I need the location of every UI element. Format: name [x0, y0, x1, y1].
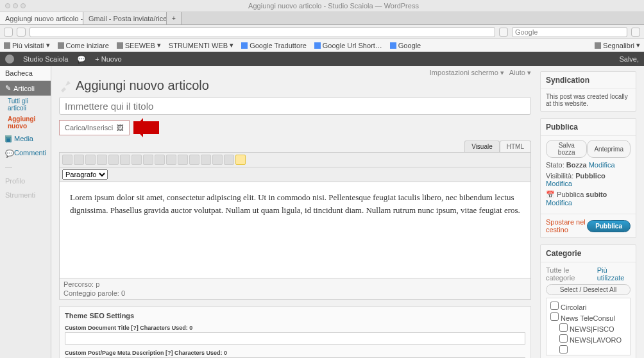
sidebar-media[interactable]: ▣Media — [0, 132, 51, 146]
plugin-button[interactable] — [235, 155, 246, 165]
post-editor[interactable]: Lorem ipsum dolor sit amet, consectetur … — [59, 182, 531, 278]
edit-visibility[interactable]: Modifica — [546, 180, 572, 187]
sidebar-posts[interactable]: ✎ Articoli — [0, 81, 51, 96]
site-name[interactable]: Studio Scaiola — [23, 55, 68, 63]
editor-toolbar-2: Paragrafo — [59, 167, 531, 182]
editor-status: Percorso: p Conteggio parole: 0 — [59, 278, 531, 300]
sidebar-comments[interactable]: 💬Commenti — [0, 146, 51, 160]
search-box[interactable]: Google — [512, 27, 627, 37]
upload-insert[interactable]: Carica/Inserisci 🖼 — [59, 120, 130, 135]
edit-status[interactable]: Modifica — [589, 161, 615, 169]
more-button[interactable] — [189, 155, 199, 165]
save-draft-button[interactable]: Salva bozza — [546, 140, 587, 158]
screen-options[interactable]: Impostazioni schermo ▾ — [430, 69, 504, 77]
tab-html[interactable]: HTML — [500, 141, 531, 152]
bold-button[interactable] — [62, 155, 72, 165]
sidebar-all-posts[interactable]: Tutti gli articoli — [0, 96, 51, 114]
back-button[interactable] — [4, 28, 13, 37]
align-right-button[interactable] — [155, 155, 165, 165]
tab-visual[interactable]: Visuale — [464, 141, 500, 152]
page-title: Aggiungi nuovo articolo — [76, 78, 209, 93]
trash-link[interactable]: Spostare nel cestino — [546, 218, 587, 234]
home-button[interactable] — [631, 28, 640, 37]
arrow-annotation — [133, 121, 159, 134]
syndication-text: This post was created locally at this we… — [541, 89, 636, 111]
cat-item[interactable]: NEWS|FISCO — [550, 323, 626, 334]
bookmarks-menu[interactable]: Segnalibri▾ — [595, 41, 640, 49]
quote-button[interactable] — [120, 155, 130, 165]
sidebar-tools[interactable]: Strumenti — [0, 188, 51, 202]
format-select[interactable]: Paragrafo — [62, 169, 108, 180]
new-tab-button[interactable]: + — [167, 12, 182, 24]
link-button[interactable] — [166, 155, 176, 165]
cat-item[interactable]: News TeleConsul — [550, 312, 626, 323]
browser-navbar: Google — [0, 25, 644, 39]
bookmark-item[interactable]: STRUMENTI WEB▾ — [169, 41, 233, 49]
editor-toolbar-1 — [59, 152, 531, 167]
align-left-button[interactable] — [131, 155, 142, 165]
bookmark-item[interactable]: Google — [390, 42, 421, 49]
syndication-panel: Syndication This post was created locall… — [540, 71, 636, 112]
categories-title: Categorie — [541, 245, 636, 262]
align-center-button[interactable] — [143, 155, 153, 165]
post-title-input[interactable] — [59, 97, 531, 115]
browser-tab-1[interactable]: Aggiungi nuovo articolo - Studi…× — [0, 12, 83, 24]
browser-tab-2[interactable]: Gmail - Posta inviata/ricevuta× — [83, 12, 167, 24]
unlink-button[interactable] — [178, 155, 188, 165]
editor-path: Percorso: p — [64, 280, 527, 288]
publish-button[interactable]: Pubblica — [587, 220, 631, 232]
cat-item[interactable]: NEWS|MEDIAZIONE — [550, 345, 626, 355]
ul-button[interactable] — [97, 155, 107, 165]
admin-sidebar: Bacheca ✎ Articoli Tutti gli articoli Ag… — [0, 66, 51, 358]
publish-title: Pubblica — [541, 119, 636, 136]
seo-doc-title-input[interactable] — [65, 332, 525, 345]
bookmark-item[interactable]: Google Traduttore — [241, 42, 307, 49]
sidebar-profile[interactable]: Profilo — [0, 174, 51, 188]
window-title: Aggiungi nuovo articolo - Studio Scaiola… — [28, 2, 639, 10]
edit-schedule[interactable]: Modifica — [546, 199, 572, 207]
categories-panel: Categorie Tutte le categoriePiù utilizza… — [540, 244, 636, 358]
media-icon[interactable]: 🖼 — [117, 124, 124, 132]
bookmark-item[interactable]: SEEWEB▾ — [117, 41, 161, 49]
pin-icon — [59, 80, 72, 92]
url-bar[interactable] — [30, 27, 495, 37]
spell-button[interactable] — [201, 155, 211, 165]
publish-panel: Pubblica Salva bozza Anteprima Stato: Bo… — [540, 118, 636, 238]
ol-button[interactable] — [108, 155, 119, 165]
bookmark-item[interactable]: Come iniziare — [58, 42, 109, 49]
reload-button[interactable] — [499, 28, 508, 37]
browser-tabs: Aggiungi nuovo articolo - Studi…× Gmail … — [0, 12, 644, 25]
select-all-button[interactable]: Select / Deselect All — [546, 284, 631, 295]
sidebar-add-new[interactable]: Aggiungi nuovo — [0, 114, 51, 132]
seo-doc-title-label: Custom Document Title [?] Characters Use… — [65, 325, 525, 331]
greeting[interactable]: Salve, — [619, 55, 639, 63]
bookmarks-bar: Più visitati▾ Come iniziare SEEWEB▾ STRU… — [0, 39, 644, 52]
sidebar-item[interactable]: — — [0, 160, 51, 174]
mac-titlebar: Aggiungi nuovo articolo - Studio Scaiola… — [0, 0, 644, 12]
bookmark-item[interactable]: Più visitati▾ — [4, 41, 50, 49]
bookmark-item[interactable]: Google Url Short… — [314, 42, 382, 49]
categories-list: Circolari News TeleConsul NEWS|FISCO NEW… — [546, 298, 631, 355]
italic-button[interactable] — [74, 155, 84, 165]
kitchen-sink-button[interactable] — [224, 155, 234, 165]
syndication-title: Syndication — [541, 72, 636, 89]
cat-tab-all[interactable]: Tutte le categorie — [546, 266, 592, 282]
wp-adminbar: Studio Scaiola 💬 + Nuovo Salve, — [0, 52, 644, 66]
strike-button[interactable] — [85, 155, 96, 165]
word-count: Conteggio parole: 0 — [64, 289, 527, 297]
comments-icon[interactable]: 💬 — [77, 55, 86, 64]
seo-meta-desc-label: Custom Post/Page Meta Description [?] Ch… — [65, 350, 525, 356]
seo-panel-title: Theme SEO Settings — [65, 312, 525, 320]
cat-tab-popular[interactable]: Più utilizzate — [597, 266, 631, 282]
seo-panel: Theme SEO Settings Custom Document Title… — [59, 306, 531, 358]
cat-item[interactable]: Circolari — [550, 301, 626, 312]
forward-button[interactable] — [17, 28, 26, 37]
fullscreen-button[interactable] — [212, 155, 223, 165]
new-content[interactable]: + Nuovo — [95, 55, 121, 63]
sidebar-dashboard[interactable]: Bacheca — [0, 66, 51, 81]
cat-item[interactable]: NEWS|LAVORO — [550, 334, 626, 345]
help-tab[interactable]: Aiuto ▾ — [509, 69, 531, 77]
wp-logo-icon[interactable] — [5, 55, 14, 64]
preview-button[interactable]: Anteprima — [587, 140, 631, 158]
